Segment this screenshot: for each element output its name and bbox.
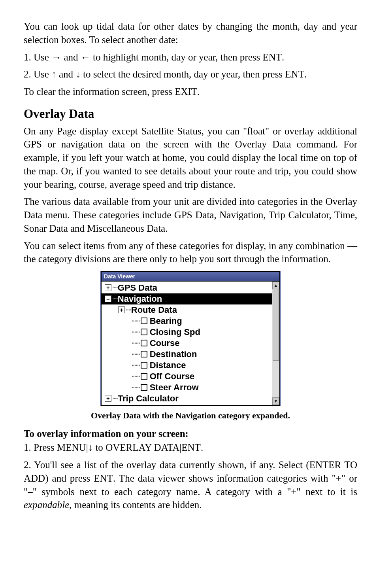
tree-item-distance[interactable]: ······Distance — [102, 360, 279, 371]
clear-prefix: To clear the information screen, press — [24, 86, 175, 97]
tree-label-gps: GPS Data — [118, 282, 157, 293]
step1-prefix: 1. Use — [24, 52, 51, 62]
checkbox[interactable] — [141, 351, 147, 357]
step1-suffix: to highlight month, day or year, then pr… — [90, 52, 263, 62]
plus-icon[interactable]: + — [105, 284, 111, 291]
tree-item-destination[interactable]: ······Destination — [102, 349, 279, 360]
tree-label-course: Course — [150, 338, 180, 349]
step-2: 2. Use ↑ and ↓ to select the desired mon… — [24, 68, 357, 81]
tree-item-gps-data[interactable]: +····GPS Data — [102, 282, 279, 293]
tree-dots: ······ — [132, 328, 140, 336]
ent-key: ENT — [181, 442, 201, 453]
tree-item-steer-arrow[interactable]: ······Steer Arrow — [102, 382, 279, 393]
menu-key: MENU — [57, 442, 86, 453]
tree-item-course[interactable]: ······Course — [102, 338, 279, 349]
scrollbar[interactable]: ▲ ▼ — [272, 282, 279, 405]
ent-key: ENT — [262, 52, 282, 62]
tree-dots: ···· — [112, 284, 118, 292]
tree-dots: ······ — [132, 339, 140, 347]
down-arrow-icon: ↓ — [75, 69, 81, 79]
checkbox[interactable] — [141, 318, 147, 324]
tree-dots: ···· — [112, 295, 118, 303]
period: . — [304, 69, 307, 79]
and-text: and — [57, 69, 76, 79]
tree-label-off-course: Off Course — [150, 371, 195, 382]
tree-item-trip-calculator[interactable]: +····Trip Calculator — [102, 393, 279, 404]
tree-item-closing-spd[interactable]: ······Closing Spd — [102, 327, 279, 338]
window-titlebar: Data Viewer — [102, 272, 279, 282]
down-arrow-icon: ↓ — [88, 442, 93, 453]
how1-prefix: 1. Press — [24, 442, 57, 453]
tree-label-closing: Closing Spd — [150, 327, 200, 338]
data-viewer-window: Data Viewer +····GPS Data −····Navigatio… — [101, 271, 280, 406]
how2-mid: and press — [49, 473, 94, 484]
overlay-paragraph-1: On any Page display except Satellite Sta… — [24, 125, 357, 191]
tree-body: +····GPS Data −····Navigation +····Route… — [102, 282, 279, 405]
plus-icon[interactable]: + — [105, 395, 111, 402]
step2-prefix: 2. Use — [24, 69, 51, 79]
and-text: and — [61, 52, 81, 62]
tree-label-bearing: Bearing — [150, 316, 182, 327]
tree-label-destination: Destination — [150, 349, 197, 360]
tree-label-distance: Distance — [150, 360, 186, 371]
overlay-paragraph-2: The various data available from your uni… — [24, 195, 357, 235]
clear-line: To clear the information screen, press E… — [24, 85, 357, 98]
tree-item-route-data[interactable]: +····Route Data — [102, 304, 279, 316]
step-1: 1. Use → and ← to highlight month, day o… — [24, 51, 357, 64]
overlay-data-heading: Overlay Data — [24, 106, 357, 122]
tree-label-navigation: Navigation — [118, 293, 162, 304]
left-arrow-icon: ← — [81, 52, 90, 62]
overlay-data-label: OVERLAY DATA — [106, 442, 179, 453]
tree-label-trip: Trip Calculator — [118, 393, 179, 404]
period: . — [201, 442, 203, 453]
checkbox[interactable] — [141, 340, 147, 346]
howto-heading: To overlay information on your screen: — [24, 427, 357, 441]
tree-dots: ······ — [132, 317, 140, 325]
figure-container: Data Viewer +····GPS Data −····Navigatio… — [24, 271, 357, 406]
scroll-up-icon[interactable]: ▲ — [272, 282, 279, 289]
plus-icon[interactable]: + — [118, 306, 125, 313]
period: . — [282, 52, 284, 62]
exit-key: EXIT — [175, 86, 197, 97]
tree-dots: ······ — [132, 384, 140, 391]
tree-label-steer: Steer Arrow — [150, 382, 199, 393]
how2-end: , meaning its contents are hidden. — [69, 499, 202, 510]
overlay-paragraph-3: You can select items from any of these c… — [24, 239, 357, 266]
expandable-word: expandable — [24, 499, 69, 510]
how2-prefix: 2. You'll see a list of the overlay data… — [24, 459, 306, 470]
scroll-down-icon[interactable]: ▼ — [272, 397, 279, 405]
howto-step-2: 2. You'll see a list of the overlay data… — [24, 458, 357, 512]
period: . — [197, 86, 200, 97]
intro-paragraph: You can look up tidal data for other dat… — [24, 20, 357, 47]
tree-item-navigation[interactable]: −····Navigation — [102, 293, 279, 304]
checkbox[interactable] — [141, 362, 147, 369]
how1-to: to — [93, 442, 106, 453]
step2-suffix: to select the desired month, day or year… — [81, 69, 285, 79]
tree-label-route: Route Data — [131, 304, 177, 316]
minus-icon[interactable]: − — [105, 295, 111, 302]
tree-dots: ······ — [132, 372, 140, 380]
tree-dots: ······ — [132, 361, 140, 369]
right-arrow-icon: → — [51, 52, 61, 62]
tree-dots: ······ — [132, 350, 140, 358]
howto-step-1: 1. Press MENU|↓ to OVERLAY DATA|ENT. — [24, 441, 357, 454]
checkbox[interactable] — [141, 329, 147, 335]
up-arrow-icon: ↑ — [51, 69, 57, 79]
figure-caption: Overlay Data with the Navigation categor… — [24, 410, 357, 422]
ent-key: ENT — [285, 69, 304, 79]
tree-dots: ···· — [126, 306, 131, 314]
checkbox[interactable] — [141, 373, 147, 380]
tree-item-off-course[interactable]: ······Off Course — [102, 371, 279, 382]
tree-item-bearing[interactable]: ······Bearing — [102, 316, 279, 327]
scroll-thumb[interactable] — [273, 289, 279, 361]
tree-dots: ···· — [112, 395, 118, 403]
checkbox[interactable] — [141, 384, 147, 391]
ent-key: ENT — [94, 473, 113, 484]
